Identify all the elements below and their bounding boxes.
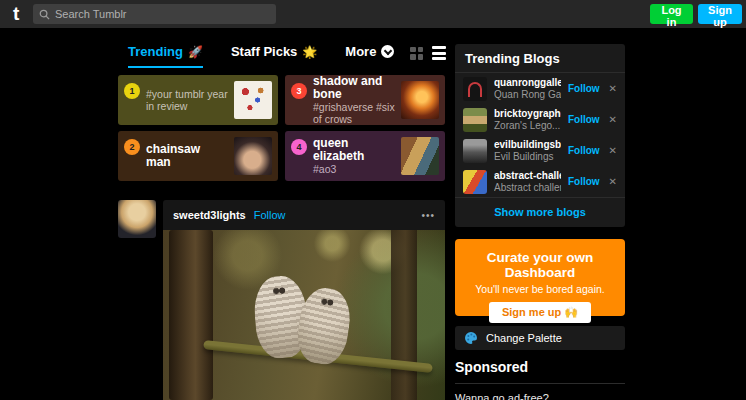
- sponsored-heading: Sponsored: [455, 357, 625, 384]
- topic-tags: #grishaverse #six of crows: [313, 101, 395, 125]
- topic-title: queen elizabeth: [313, 137, 395, 163]
- blog-avatar: [463, 170, 487, 194]
- post-follow-link[interactable]: Follow: [254, 209, 286, 221]
- blog-row-abstract-challenge[interactable]: abstract-challenge Abstract challenge Fo…: [455, 166, 625, 197]
- search-icon: [39, 9, 50, 20]
- trending-blogs-panel: Trending Blogs quanronggallery Quan Rong…: [455, 44, 625, 227]
- post-author-avatar[interactable]: [118, 200, 156, 238]
- rocket-emoji-icon: 🚀: [188, 45, 203, 59]
- blog-row-quanronggallery[interactable]: quanronggallery Quan Rong Gallery Follow…: [455, 73, 625, 104]
- blog-description: Abstract challenge: [494, 182, 561, 194]
- topic-card-shadow-and-bone[interactable]: 3 shadow and bone #grishaverse #six of c…: [285, 75, 445, 125]
- blog-row-bricktoygrapher[interactable]: bricktoygrapher Zoran's Lego... Follow ✕: [455, 104, 625, 135]
- blog-follow-link[interactable]: Follow: [568, 145, 600, 156]
- list-view-icon[interactable]: [432, 46, 446, 60]
- tab-staff-picks[interactable]: Staff Picks 🌟: [231, 44, 317, 66]
- blog-row-evilbuildingsblog[interactable]: evilbuildingsblog Evil Buildings Follow …: [455, 135, 625, 166]
- grid-view-icon[interactable]: [410, 47, 423, 60]
- trending-topics-grid: 1 #your tumblr year in review 3 shadow a…: [118, 75, 445, 181]
- tab-more[interactable]: More: [345, 44, 394, 66]
- topic-thumbnail: [234, 81, 272, 119]
- blog-description: Evil Buildings: [494, 151, 561, 163]
- tumblr-logo[interactable]: t: [13, 2, 19, 26]
- rank-badge: 1: [124, 83, 140, 99]
- rank-badge: 2: [124, 139, 140, 155]
- topic-card-queen-elizabeth[interactable]: 4 queen elizabeth #ao3: [285, 131, 445, 181]
- tumblr-explore-page: t Log in Sign up Trending 🚀 Staff Picks …: [0, 0, 746, 400]
- blog-avatar: [463, 77, 487, 101]
- dismiss-icon[interactable]: ✕: [609, 176, 617, 187]
- signup-button[interactable]: Sign up: [698, 4, 742, 24]
- search-box[interactable]: [33, 4, 276, 24]
- topic-title: chainsaw man: [146, 143, 228, 169]
- rank-badge: 3: [291, 83, 307, 99]
- sign-me-up-button[interactable]: Sign me up 🙌: [489, 302, 591, 323]
- tree-trunk: [169, 230, 213, 400]
- view-toggles: [410, 46, 446, 60]
- post-header: sweetd3lights Follow •••: [163, 200, 445, 230]
- show-more-blogs-link[interactable]: Show more blogs: [455, 197, 625, 227]
- tab-staff-picks-label: Staff Picks: [231, 44, 297, 59]
- blog-name: bricktoygrapher: [494, 108, 561, 120]
- post-image[interactable]: [163, 230, 445, 400]
- blog-name: evilbuildingsblog: [494, 139, 561, 151]
- blog-name: abstract-challenge: [494, 170, 561, 182]
- blog-description: Quan Rong Gallery: [494, 89, 561, 101]
- dismiss-icon[interactable]: ✕: [609, 145, 617, 156]
- topic-tags: #ao3: [313, 163, 395, 175]
- search-input[interactable]: [55, 8, 270, 20]
- blog-name: quanronggallery: [494, 77, 561, 89]
- topic-card-chainsaw-man[interactable]: 2 chainsaw man: [118, 131, 278, 181]
- explore-tabs: Trending 🚀 Staff Picks 🌟 More: [128, 44, 394, 68]
- change-palette-button[interactable]: Change Palette: [455, 326, 625, 350]
- blog-follow-link[interactable]: Follow: [568, 83, 600, 94]
- change-palette-label: Change Palette: [486, 332, 562, 344]
- tab-trending[interactable]: Trending 🚀: [128, 44, 203, 68]
- curate-title: Curate your own Dashboard: [455, 250, 625, 280]
- blog-avatar: [463, 108, 487, 132]
- blog-follow-link[interactable]: Follow: [568, 114, 600, 125]
- post-options-icon[interactable]: •••: [421, 210, 435, 221]
- topbar: t Log in Sign up: [0, 0, 746, 28]
- post-username[interactable]: sweetd3lights: [173, 209, 246, 221]
- dismiss-icon[interactable]: ✕: [609, 114, 617, 125]
- blog-description: Zoran's Lego...: [494, 120, 561, 132]
- rank-badge: 4: [291, 139, 307, 155]
- palette-icon: [464, 331, 478, 345]
- chevron-down-icon: [381, 45, 394, 58]
- post-card: sweetd3lights Follow •••: [163, 200, 445, 400]
- blog-avatar: [463, 139, 487, 163]
- trending-blogs-title: Trending Blogs: [455, 44, 625, 73]
- star-emoji-icon: 🌟: [302, 45, 317, 59]
- curate-dashboard-card: Curate your own Dashboard You'll never b…: [455, 239, 625, 316]
- blog-follow-link[interactable]: Follow: [568, 176, 600, 187]
- ad-free-link[interactable]: Wanna go ad-free?: [455, 392, 625, 400]
- topic-thumbnail: [401, 81, 439, 119]
- topic-thumbnail: [401, 137, 439, 175]
- login-button[interactable]: Log in: [650, 4, 693, 24]
- tab-trending-label: Trending: [128, 44, 183, 59]
- topic-title: shadow and bone: [313, 75, 395, 101]
- tab-more-label: More: [345, 44, 376, 59]
- topic-card-year-in-review[interactable]: 1 #your tumblr year in review: [118, 75, 278, 125]
- dismiss-icon[interactable]: ✕: [609, 83, 617, 94]
- topic-thumbnail: [234, 137, 272, 175]
- curate-subtitle: You'll never be bored again.: [455, 283, 625, 295]
- topic-tags: #your tumblr year in review: [146, 88, 228, 112]
- tree-trunk: [391, 230, 417, 400]
- sidebar: Trending Blogs quanronggallery Quan Rong…: [455, 44, 625, 400]
